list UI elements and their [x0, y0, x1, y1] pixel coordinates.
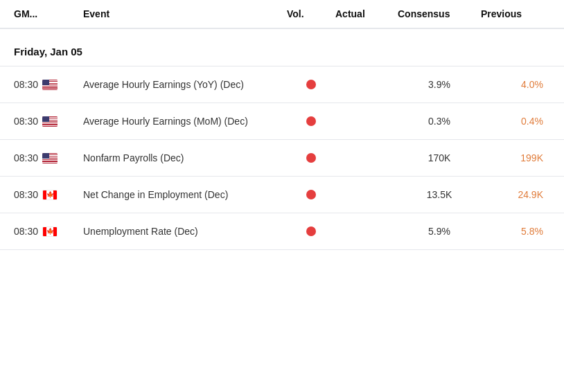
table-header: GM... Event Vol. Actual Consensus Previo…	[0, 0, 564, 29]
volatility-cell	[287, 80, 335, 89]
rows-container: 08:30 Average Hourly Earnings (YoY) (Dec…	[0, 66, 564, 250]
col-consensus: Consensus	[398, 8, 481, 19]
consensus-value: 13.5K	[398, 189, 481, 200]
previous-value: 4.0%	[481, 79, 550, 90]
previous-value: 5.8%	[481, 226, 550, 237]
economic-calendar-table: GM... Event Vol. Actual Consensus Previo…	[0, 0, 564, 250]
table-row[interactable]: 08:30 🍁 Net Change in Employment (Dec) 1…	[0, 177, 564, 213]
volatility-dot	[306, 226, 316, 236]
us-flag-icon	[42, 153, 58, 163]
time-country-cell: 08:30	[14, 116, 83, 127]
previous-value: 199K	[481, 152, 550, 163]
table-row[interactable]: 08:30 Nonfarm Payrolls (Dec) 170K 199K	[0, 140, 564, 177]
event-time: 08:30	[14, 152, 38, 163]
consensus-value: 0.3%	[398, 116, 481, 127]
event-time: 08:30	[14, 79, 38, 90]
ca-flag-icon: 🍁	[42, 190, 58, 200]
volatility-cell	[287, 226, 335, 236]
col-actual: Actual	[335, 8, 398, 19]
event-name: Net Change in Employment (Dec)	[83, 189, 287, 200]
event-time: 08:30	[14, 116, 38, 127]
ca-flag-icon: 🍁	[42, 226, 58, 237]
volatility-dot	[306, 80, 316, 89]
consensus-value: 3.9%	[398, 79, 481, 90]
event-name: Average Hourly Earnings (YoY) (Dec)	[83, 79, 287, 90]
volatility-dot	[306, 116, 316, 126]
col-previous: Previous	[481, 8, 550, 19]
time-country-cell: 08:30	[14, 79, 83, 90]
us-flag-icon	[42, 80, 58, 90]
volatility-dot	[306, 190, 316, 199]
previous-value: 24.9K	[481, 189, 550, 200]
us-flag-icon	[42, 116, 58, 127]
event-name: Nonfarm Payrolls (Dec)	[83, 152, 287, 163]
col-vol: Vol.	[287, 8, 335, 19]
volatility-cell	[287, 153, 335, 163]
volatility-cell	[287, 116, 335, 126]
consensus-value: 5.9%	[398, 226, 481, 237]
table-row[interactable]: 08:30 Average Hourly Earnings (MoM) (Dec…	[0, 103, 564, 140]
volatility-dot	[306, 153, 316, 163]
time-country-cell: 08:30 🍁	[14, 189, 83, 200]
event-time: 08:30	[14, 189, 38, 200]
section-date: Friday, Jan 05	[0, 29, 564, 66]
table-row[interactable]: 08:30 🍁 Unemployment Rate (Dec) 5.9% 5.8…	[0, 213, 564, 250]
table-row[interactable]: 08:30 Average Hourly Earnings (YoY) (Dec…	[0, 66, 564, 103]
time-country-cell: 08:30 🍁	[14, 226, 83, 237]
consensus-value: 170K	[398, 152, 481, 163]
time-country-cell: 08:30	[14, 152, 83, 163]
col-event: Event	[83, 8, 287, 19]
event-time: 08:30	[14, 226, 38, 237]
event-name: Average Hourly Earnings (MoM) (Dec)	[83, 116, 287, 127]
event-name: Unemployment Rate (Dec)	[83, 226, 287, 237]
previous-value: 0.4%	[481, 116, 550, 127]
volatility-cell	[287, 190, 335, 199]
col-gmt: GM...	[14, 8, 83, 19]
